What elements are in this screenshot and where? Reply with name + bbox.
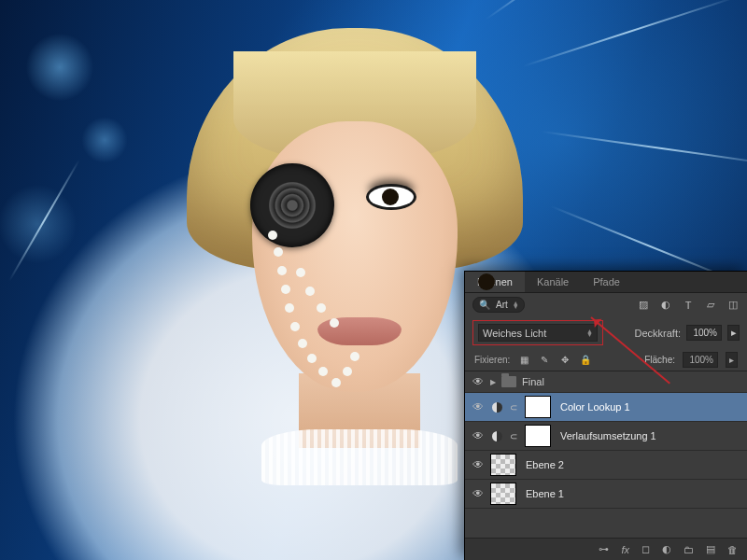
layers-panel: Ebenen Kanäle Pfade 🔍 Art ▲▼ ▨ ◐ T ▱ ◫ W… [464,271,747,560]
add-mask-icon[interactable]: ◻ [641,543,650,555]
artwork-pearls [271,233,275,237]
artwork-eye [369,187,414,207]
opacity-label: Deckkraft: [634,328,681,339]
filter-label: Art [496,300,508,310]
group-name[interactable]: Final [522,376,544,387]
fill-flyout-button[interactable]: ▸ [726,352,738,368]
visibility-toggle[interactable]: 👁 [471,458,485,471]
layer-thumbnail[interactable] [490,454,516,476]
light-streak [542,131,747,166]
artwork-lips [317,317,402,345]
blend-mode-value: Weiches Licht [483,328,546,339]
fill-label: Fläche: [644,355,675,365]
panel-tabs: Ebenen Kanäle Pfade [465,272,747,293]
opacity-input[interactable]: 100% [686,325,722,341]
adjustment-layer-icon [492,402,502,413]
light-streak [485,0,639,21]
blend-opacity-row: Weiches Licht ▲▼ Deckkraft: 100% ▸ [465,316,747,349]
fill-input[interactable]: 100% [683,352,718,368]
filter-adjust-icon[interactable]: ◐ [659,299,672,312]
mask-link-icon[interactable]: ⊂ [508,431,519,441]
disclosure-triangle-icon[interactable]: ▶ [490,378,496,386]
visibility-toggle[interactable]: 👁 [471,429,485,442]
layer-group[interactable]: 👁 ▶ Final [465,371,747,393]
chevron-updown-icon: ▲▼ [586,329,593,337]
new-adjustment-icon[interactable]: ◐ [662,543,671,555]
delete-layer-icon[interactable]: 🗑 [727,544,738,555]
light-streak [8,160,80,282]
layer-row[interactable]: 👁 Ebene 1 [465,480,747,509]
new-group-icon[interactable]: 🗀 [684,544,694,555]
visibility-toggle[interactable]: 👁 [471,375,485,388]
chevron-updown-icon: ▲▼ [513,301,519,309]
layer-mask-thumbnail[interactable] [525,425,551,447]
folder-icon [501,376,516,387]
blend-mode-highlight: Weiches Licht ▲▼ [472,320,603,345]
layer-name[interactable]: Verlaufsumsetzung 1 [560,430,656,441]
link-layers-icon[interactable]: ⊶ [599,543,609,555]
layer-thumbnail[interactable] [490,483,516,505]
artwork-lace [261,429,458,485]
tab-channels[interactable]: Kanäle [525,272,581,292]
filter-smart-icon[interactable]: ◫ [726,299,740,312]
filter-row: 🔍 Art ▲▼ ▨ ◐ T ▱ ◫ [465,293,747,316]
lock-image-icon[interactable]: ✎ [538,354,551,367]
lock-label: Fixieren: [474,355,510,365]
visibility-toggle[interactable]: 👁 [471,400,485,413]
layer-name[interactable]: Color Lookup 1 [560,401,630,413]
filter-pixel-icon[interactable]: ▨ [637,299,650,312]
mask-link-icon[interactable]: ⊂ [508,402,519,413]
layer-row[interactable]: 👁 ⊂ Verlaufsumsetzung 1 [465,422,747,451]
search-icon: 🔍 [478,299,491,312]
fx-icon[interactable]: fx [621,544,629,555]
layer-list: 👁 ▶ Final 👁 ⊂ Color Lookup 1 👁 ⊂ Verlauf… [465,371,747,509]
filter-shape-icon[interactable]: ▱ [704,299,717,312]
layer-mask-thumbnail[interactable] [525,396,551,418]
layer-filter-dropdown[interactable]: 🔍 Art ▲▼ [472,297,525,313]
lock-position-icon[interactable]: ✥ [558,354,571,367]
tab-paths[interactable]: Pfade [581,272,632,292]
lock-fill-row: Fixieren: ▦ ✎ ✥ 🔒 Fläche: 100% ▸ [465,349,747,371]
layer-row[interactable]: 👁 Ebene 2 [465,451,747,480]
panel-bottom-bar: ⊶ fx ◻ ◐ 🗀 ▤ 🗑 [465,538,747,560]
artwork-face [252,121,458,392]
filter-type-icons: ▨ ◐ T ▱ ◫ [637,299,740,312]
artwork-eyepatch [250,163,334,247]
filter-type-icon[interactable]: T [682,299,695,312]
visibility-toggle[interactable]: 👁 [471,487,485,500]
layer-name[interactable]: Ebene 2 [526,459,564,470]
lock-transparent-icon[interactable]: ▦ [517,354,530,367]
adjustment-layer-icon [492,431,502,441]
layer-name[interactable]: Ebene 1 [526,488,564,499]
lock-all-icon[interactable]: 🔒 [579,354,592,367]
light-streak [523,0,737,67]
opacity-flyout-button[interactable]: ▸ [727,325,740,341]
layer-row[interactable]: 👁 ⊂ Color Lookup 1 [465,393,747,422]
new-layer-icon[interactable]: ▤ [706,543,715,555]
blend-mode-dropdown[interactable]: Weiches Licht ▲▼ [478,324,598,342]
